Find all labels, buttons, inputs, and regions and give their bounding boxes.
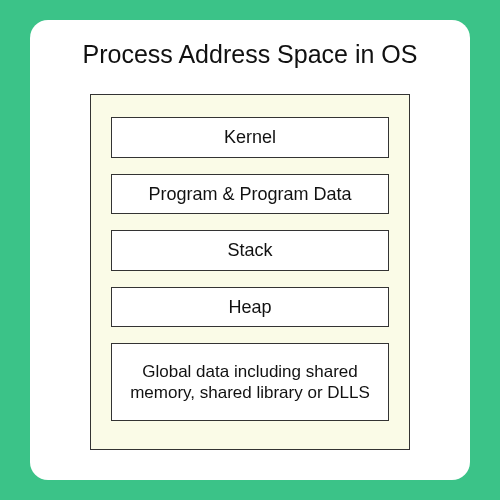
segment-program-data: Program & Program Data [111, 174, 389, 215]
address-space-container: Kernel Program & Program Data Stack Heap… [90, 94, 410, 450]
diagram-title: Process Address Space in OS [83, 40, 418, 69]
segment-stack: Stack [111, 230, 389, 271]
segment-global-data: Global data including shared memory, sha… [111, 343, 389, 421]
diagram-card: Process Address Space in OS Kernel Progr… [30, 20, 470, 480]
segment-heap: Heap [111, 287, 389, 328]
segment-kernel: Kernel [111, 117, 389, 158]
